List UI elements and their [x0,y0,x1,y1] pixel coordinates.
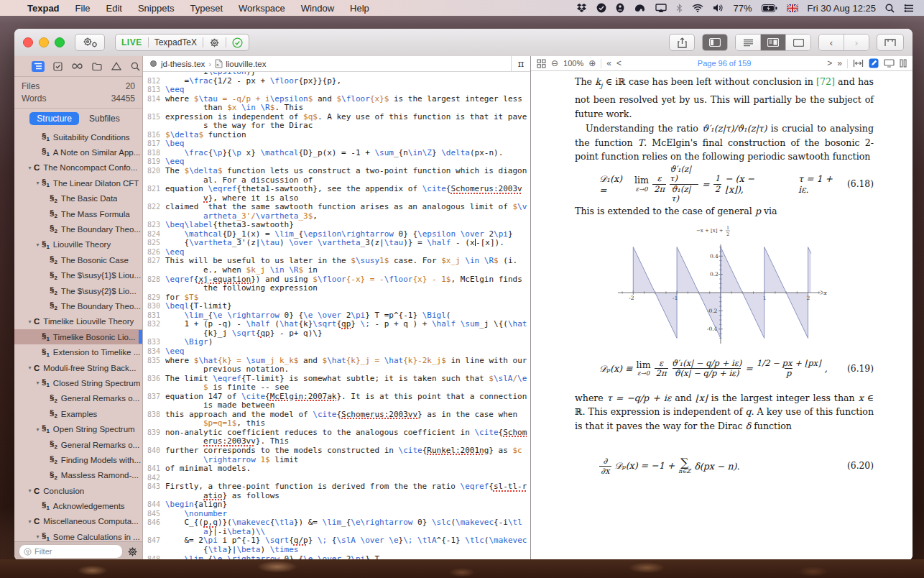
filter-input[interactable]: Filter [19,544,123,559]
presentation-icon[interactable] [884,59,895,68]
code-line[interactable]: 841of minimal models. [143,464,530,474]
notification-center-icon[interactable] [904,4,914,12]
code-line[interactable]: 822claimed that the same sawtooth functi… [143,203,530,221]
spotlight-search-icon[interactable] [885,4,895,13]
code-line[interactable]: 821equation \eqref{theta1-sawtooth}, see… [143,185,530,203]
share-button[interactable] [669,34,695,51]
first-page-button[interactable]: « [606,58,611,68]
chevron-down-icon[interactable]: ▾ [34,180,42,186]
outline-item[interactable]: §2Massless Ramond-... [14,468,142,483]
code-line[interactable]: 832 1 + (p -q) - \half (\hat{k}\sqrt{qp}… [143,320,530,338]
code-line[interactable]: 839non-analytic coefficient reduces to t… [143,428,530,446]
menu-item-texpad[interactable]: Texpad [27,3,60,14]
chevron-down-icon[interactable]: ▾ [34,380,42,386]
menu-item-typeset[interactable]: Typeset [190,3,223,14]
zoom-button[interactable] [55,37,65,47]
project-settings-button[interactable] [75,34,105,51]
thumbnails-icon[interactable] [537,59,546,68]
outline-item[interactable]: §2The Mass Formula [14,206,142,221]
code-line[interactable]: 840further corresponds to the models con… [143,446,530,464]
outline-item[interactable]: §2The $\susy{1}$ Liou... [14,268,142,283]
airplay-icon[interactable] [655,4,667,13]
fit-width-icon[interactable] [853,59,864,68]
outline-item[interactable]: §2The Boundary Theo... [14,221,142,237]
outline-item[interactable]: ▾§1The Linear Dilaton CFT [14,175,142,191]
typeset-success-icon[interactable] [232,37,243,48]
code-line[interactable]: 843Firstly, a three-point function is de… [143,482,530,500]
typeset-engine-label[interactable]: TexpadTeX [154,37,197,47]
outline-item[interactable]: §2The Bosonic Case [14,252,142,267]
page-indicator[interactable]: Page 96 of 159 [627,59,822,68]
files-mode-icon[interactable] [91,61,103,72]
zoom-out-button[interactable]: ⊖ [551,58,558,68]
outline-mode-icon[interactable] [32,61,45,72]
menu-item-edit[interactable]: Edit [106,3,122,14]
code-line[interactable]: 825 {\vartheta_3'(z|\tau) \over \varthet… [143,239,530,248]
code-line[interactable]: 816$\delta$ function [143,131,530,140]
prev-page-button[interactable]: < [616,58,622,68]
code-line[interactable]: 833 \Bigr) [143,338,530,347]
menu-item-help[interactable]: Help [350,3,369,14]
code-line[interactable]: 838this approach and the model of \cite{… [143,410,530,428]
minimize-button[interactable] [39,37,49,47]
code-line[interactable]: 812 =\frac{1/2 - px + \floor{px}}{p}, [143,77,530,86]
breadcrumb-file[interactable]: liouville.tex [226,60,266,68]
symbols-pi-button[interactable]: π [511,56,530,71]
outline-item[interactable]: ▾CModuli-free String Back... [14,360,142,375]
outline-item[interactable]: §1A Note on Similar App... [14,144,142,160]
view-pdf-only-button[interactable] [786,35,810,50]
breadcrumb-root[interactable]: jd-thesis.tex [161,60,205,68]
check-app-icon[interactable] [596,3,606,13]
chevron-down-icon[interactable]: ▾ [26,487,34,494]
annotate-icon[interactable] [869,58,879,68]
chevron-down-icon[interactable]: ▾ [26,318,34,325]
outline-item[interactable]: ▾§1Liouville Theory [14,237,142,252]
code-line[interactable]: 827This will be useful to us later in th… [143,257,530,275]
forward-button[interactable]: › [844,35,869,50]
source-code-area[interactable]: i\epsilon)}812 =\frac{1/2 - px + \floor{… [143,72,530,561]
live-typeset-toggle[interactable]: LIVE [121,37,142,47]
menu-item-file[interactable]: File [75,3,91,14]
outline-item[interactable]: ▾§1Some Calculations in ... [14,529,142,541]
typeset-console-button[interactable] [877,34,904,51]
back-button[interactable]: ‹ [819,35,844,50]
outline-item[interactable]: §1Timelike Bosonic Lio... [14,329,142,344]
outline-item[interactable]: §2Examples [14,406,142,421]
code-line[interactable]: 846 C_{(p,q)}(\makevec{\tla}) &= \lim_{\… [143,518,530,536]
menu-item-window[interactable]: Window [301,3,334,14]
outline-item[interactable]: §1Acknowledgements [14,498,142,513]
view-split-button[interactable] [761,35,786,50]
chevron-down-icon[interactable]: ▾ [34,533,42,540]
last-page-button[interactable]: » [837,58,842,68]
outline-item[interactable]: §2General Remarks o... [14,391,142,406]
next-page-button[interactable]: > [827,58,832,68]
chevron-down-icon[interactable]: ▾ [26,165,34,171]
outline-item[interactable]: ▾CMiscellaneous Computa... [14,514,142,529]
chevron-down-icon[interactable]: ▾ [26,518,34,525]
menu-clock[interactable]: Fri 30 Aug 12:25 [808,3,876,14]
code-line[interactable]: 818 \frac{\p}{\p x} \mathcal{D}_p(x) = -… [143,149,530,158]
elephant-app-icon[interactable] [634,3,646,13]
volume-icon[interactable] [713,4,724,12]
labels-mode-icon[interactable] [70,61,83,72]
chevron-down-icon[interactable]: ▾ [26,364,34,371]
code-line[interactable]: 836The limit \eqref{T-limit} is somewhat… [143,375,530,393]
issues-mode-icon[interactable] [110,61,123,72]
code-line[interactable]: 815expression is independent of $q$. A k… [143,113,530,131]
outline-item[interactable]: §1Suitability Conditions [14,129,142,144]
outline-item[interactable]: §2The Boundary Theo... [14,298,142,313]
outline-item[interactable]: §2General Remarks o... [14,437,142,452]
tab-subfiles[interactable]: Subfiles [82,112,127,125]
chevron-down-icon[interactable]: ▾ [34,426,42,433]
outline-item[interactable]: §2The $\susy{2}$ Lio... [14,283,142,298]
pdf-page[interactable]: The kj ∈ iℝ case has been left without c… [531,71,913,561]
menu-item-workspace[interactable]: Workspace [239,3,285,14]
zoom-in-button[interactable]: ⊕ [588,58,596,68]
wifi-icon[interactable] [692,4,703,12]
outline-item[interactable]: ▾CConclusion [14,483,142,498]
outline-item[interactable]: ▾CTimelike Liouville Theory [14,314,142,329]
bluetooth-icon[interactable] [676,4,683,13]
outline-item[interactable]: ▾CThe Noncompact Confo... [14,160,142,175]
sidebar-settings-gear-icon[interactable] [127,546,138,557]
search-mode-icon[interactable] [129,61,142,72]
